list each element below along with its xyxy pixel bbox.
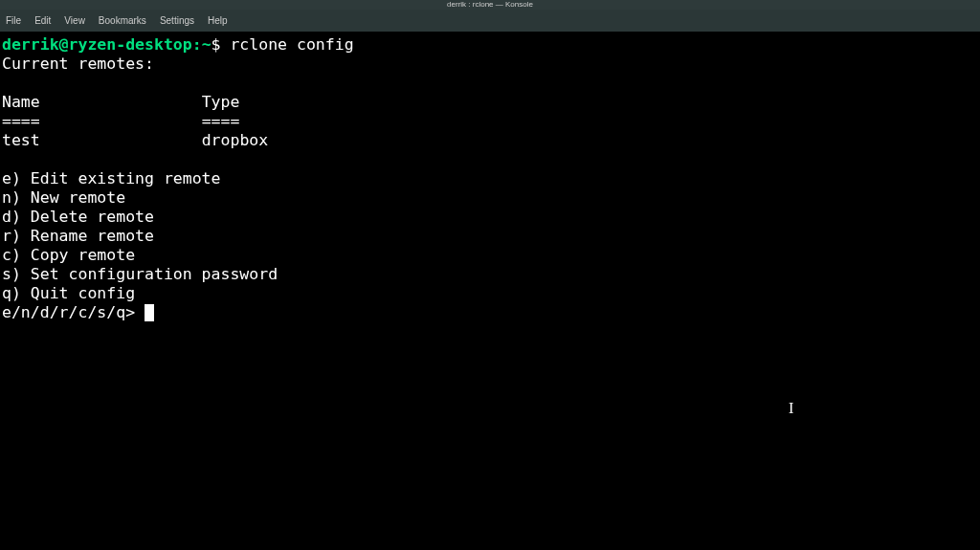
prompt-path: ~ bbox=[202, 35, 212, 54]
menu-help[interactable]: Help bbox=[208, 15, 228, 26]
output-option-q: q) Quit config bbox=[2, 284, 135, 302]
output-option-c: c) Copy remote bbox=[2, 246, 135, 264]
window-titlebar: derrik : rclone — Konsole bbox=[0, 0, 980, 10]
menu-file[interactable]: File bbox=[6, 15, 21, 26]
terminal-area[interactable]: derrik@ryzen-desktop:~$ rclone config Cu… bbox=[0, 32, 980, 326]
command-text: rclone config bbox=[230, 35, 353, 54]
output-option-n: n) New remote bbox=[2, 188, 125, 207]
output-option-s: s) Set configuration password bbox=[2, 265, 278, 283]
menu-view[interactable]: View bbox=[64, 15, 85, 26]
output-type-underline: ==== bbox=[202, 112, 240, 130]
window-title: derrik : rclone — Konsole bbox=[447, 0, 533, 9]
output-name-header: Name bbox=[2, 93, 40, 111]
input-prompt: e/n/d/r/c/s/q> bbox=[2, 303, 145, 321]
menubar: File Edit View Bookmarks Settings Help bbox=[0, 10, 980, 32]
terminal-cursor bbox=[145, 304, 154, 321]
output-option-r: r) Rename remote bbox=[2, 227, 154, 245]
output-remote-name: test bbox=[2, 131, 40, 149]
output-remote-type: dropbox bbox=[202, 131, 269, 149]
output-option-e: e) Edit existing remote bbox=[2, 169, 220, 187]
i-beam-cursor-icon: I bbox=[789, 400, 793, 417]
menu-edit[interactable]: Edit bbox=[34, 15, 51, 26]
prompt-colon: : bbox=[192, 35, 202, 54]
output-type-header: Type bbox=[202, 93, 240, 111]
menu-settings[interactable]: Settings bbox=[160, 15, 194, 26]
prompt-user-host: derrik@ryzen-desktop bbox=[2, 35, 192, 54]
output-current-remotes: Current remotes: bbox=[2, 55, 154, 73]
output-name-underline: ==== bbox=[2, 112, 40, 130]
prompt-dollar: $ bbox=[212, 35, 221, 54]
output-option-d: d) Delete remote bbox=[2, 208, 154, 226]
menu-bookmarks[interactable]: Bookmarks bbox=[99, 15, 146, 26]
